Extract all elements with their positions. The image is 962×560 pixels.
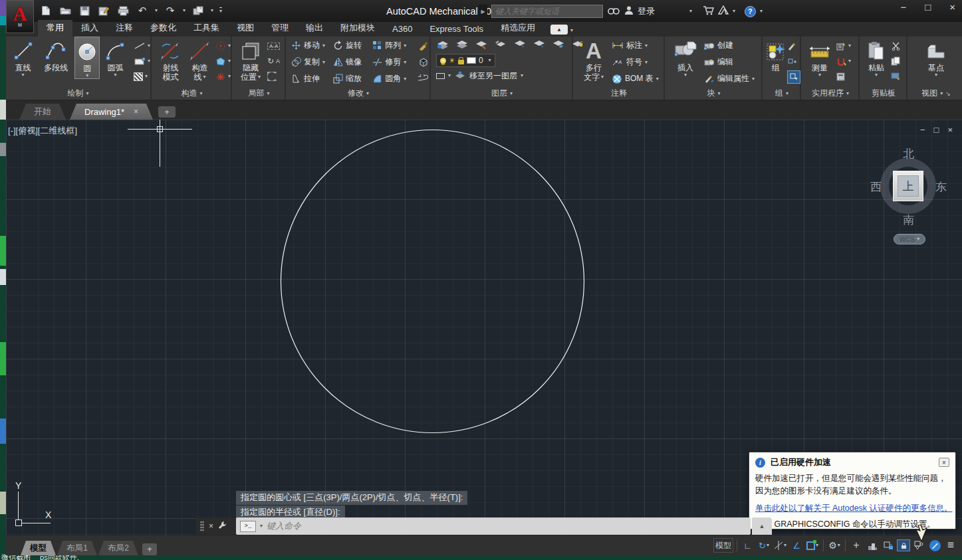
model-space-button[interactable]: 模型 xyxy=(713,538,733,553)
qat-customize-icon[interactable]: ▾ xyxy=(219,7,222,14)
redo-icon[interactable]: ↷ xyxy=(164,4,177,17)
dynamic-input-icon[interactable]: ↻▾ xyxy=(757,538,771,553)
undo-dropdown-icon[interactable]: ▾ xyxy=(155,8,158,13)
command-dock-grip[interactable] xyxy=(200,521,204,531)
cart-icon[interactable] xyxy=(703,5,714,18)
annotation-scale-icon[interactable] xyxy=(865,538,880,553)
edit-attributes-button[interactable]: 编辑属性▾ xyxy=(704,70,755,87)
maximize-button[interactable]: □ xyxy=(925,1,931,13)
notification-close-icon[interactable]: × xyxy=(939,458,949,467)
draw-line-flyout[interactable]: ▾ xyxy=(134,39,150,53)
autodesk-app-icon[interactable] xyxy=(718,5,729,17)
fullscreen-hamburger-icon[interactable]: ≡ xyxy=(943,538,958,553)
viewport-restore-icon[interactable]: □ xyxy=(934,125,939,135)
panel-label-annotate[interactable]: 注释 xyxy=(574,87,663,100)
copy-button[interactable]: 复制▾ xyxy=(291,54,332,70)
annotation-crosshair-icon[interactable]: + xyxy=(849,538,864,553)
line-button[interactable]: 直线▾ xyxy=(9,37,37,78)
rectangle-flyout[interactable]: ▾ xyxy=(134,54,150,68)
open-file-icon[interactable] xyxy=(59,4,72,17)
cut-icon[interactable] xyxy=(891,39,901,53)
search-input[interactable] xyxy=(491,5,603,18)
calculator-icon[interactable] xyxy=(836,69,851,84)
object-snap-icon[interactable]: ▾ xyxy=(805,538,820,553)
signin-label[interactable]: 登录 xyxy=(638,5,655,17)
file-tab-start[interactable]: 开始 xyxy=(19,104,66,120)
graphics-performance-icon[interactable] xyxy=(927,538,942,553)
layer-on-icon[interactable] xyxy=(494,39,507,52)
isolate-objects-icon[interactable] xyxy=(897,539,910,551)
lock-ui-icon[interactable] xyxy=(881,538,896,553)
make-current-icon[interactable] xyxy=(436,73,445,79)
viewport-minimize-icon[interactable]: − xyxy=(920,125,925,135)
new-drawing-tab-button[interactable]: + xyxy=(158,106,176,118)
group-selection-toggle[interactable] xyxy=(787,70,800,84)
polar-tracking-icon[interactable]: ▾ xyxy=(773,538,788,553)
3d-box-icon[interactable] xyxy=(418,54,428,70)
panel-label-draw[interactable]: 绘制▾ xyxy=(6,87,150,100)
viewcube-west[interactable]: 西 xyxy=(870,179,882,195)
detail-arc-icon[interactable] xyxy=(267,69,280,84)
section-aa-icon[interactable]: A-A xyxy=(267,39,280,53)
ribbon-tab-addins[interactable]: 附加模块 xyxy=(332,20,384,37)
save-icon[interactable] xyxy=(78,4,91,17)
minimize-button[interactable]: − xyxy=(900,1,906,13)
point-style-icon[interactable]: ▾ xyxy=(836,54,851,68)
circle-entity[interactable] xyxy=(280,129,585,434)
workspace-dropdown-icon[interactable]: ▾ xyxy=(211,8,213,13)
layer-state-icon[interactable] xyxy=(455,39,469,52)
circle-button[interactable]: 圆▾ xyxy=(74,37,100,79)
symbol-button[interactable]: A符号▾ xyxy=(612,54,659,70)
ribbon-tab-a360[interactable]: A360 xyxy=(384,22,421,37)
command-close-icon[interactable]: × xyxy=(209,521,213,531)
quick-select-icon[interactable]: ▾ xyxy=(836,39,851,53)
print-icon[interactable] xyxy=(116,4,130,17)
mirror-button[interactable]: 镜像 xyxy=(333,54,371,70)
ribbon-tab-manage[interactable]: 管理 xyxy=(263,20,297,37)
file-tab-close-icon[interactable]: × xyxy=(134,107,138,116)
ribbon-tab-annotate[interactable]: 注释 xyxy=(107,20,142,37)
revision-cloud-icon[interactable] xyxy=(418,70,428,87)
ribbon-tab-featured[interactable]: 精选应用 xyxy=(492,20,544,37)
redo-dropdown-icon[interactable]: ▾ xyxy=(183,8,185,13)
hatch-flyout[interactable]: ▾ xyxy=(134,69,150,84)
workspace-switch-icon[interactable] xyxy=(191,4,205,17)
ribbon-tab-view[interactable]: 视图 xyxy=(228,20,263,37)
new-layout-button[interactable]: + xyxy=(142,543,157,555)
base-view-button[interactable]: 基点▾ xyxy=(921,37,951,78)
panel-label-block[interactable]: 块▾ xyxy=(666,87,761,100)
fillet-button[interactable]: 圆角▾ xyxy=(372,70,416,87)
panel-label-clipboard[interactable]: 剪贴板 xyxy=(861,87,906,100)
ribbon-tab-insert[interactable]: 插入 xyxy=(72,20,107,37)
ribbon-collapse-button[interactable]: ▲ xyxy=(550,25,568,35)
viewcube-south[interactable]: 南 xyxy=(903,213,914,228)
panel-label-partial[interactable]: 局部▾ xyxy=(233,87,285,100)
stretch-button[interactable]: 拉伸 xyxy=(291,70,332,87)
command-prompt-icon[interactable]: >_ xyxy=(240,521,256,532)
command-history-expand-button[interactable]: ▲ xyxy=(752,517,772,535)
undo-icon[interactable]: ↶ xyxy=(136,4,149,17)
group-edit-icon[interactable] xyxy=(787,54,800,69)
paste-special-icon[interactable] xyxy=(891,69,901,84)
ribbon-tab-express[interactable]: Express Tools xyxy=(421,22,492,37)
panel-label-view[interactable]: 视图▾↘ xyxy=(911,87,961,100)
array-button[interactable]: 阵列▾ xyxy=(372,37,416,54)
panel-label-construct[interactable]: 构造▾ xyxy=(153,87,231,100)
ribbon-tab-parametric[interactable]: 参数化 xyxy=(142,20,185,37)
search-icon[interactable] xyxy=(607,5,620,18)
layer-isolate-icon[interactable] xyxy=(513,39,527,52)
layer-unisolate-icon[interactable] xyxy=(533,39,546,52)
panel-label-group[interactable]: 组▾ xyxy=(764,87,800,100)
rotate-view-icon[interactable]: ↻A xyxy=(267,54,280,68)
panel-label-modify[interactable]: 修改▾ xyxy=(287,87,429,100)
viewcube-top-face[interactable]: 上 xyxy=(893,171,923,201)
polyline-button[interactable]: 多段线 xyxy=(39,37,73,72)
ribbon-collapse-dropdown-icon[interactable]: ▾ xyxy=(570,28,573,33)
panel-label-utilities[interactable]: 实用程序▾ xyxy=(802,87,858,100)
rotate-button[interactable]: 旋转 xyxy=(333,37,371,54)
erase-construction-flyout[interactable]: ▾ xyxy=(215,69,231,84)
ribbon-tab-toolsets[interactable]: 工具集 xyxy=(185,20,228,37)
construction-line-button[interactable]: 构造线▾ xyxy=(187,37,213,82)
construction-circle-flyout[interactable]: ▾ xyxy=(215,39,231,53)
dimension-button[interactable]: 标注▾ xyxy=(612,37,659,54)
